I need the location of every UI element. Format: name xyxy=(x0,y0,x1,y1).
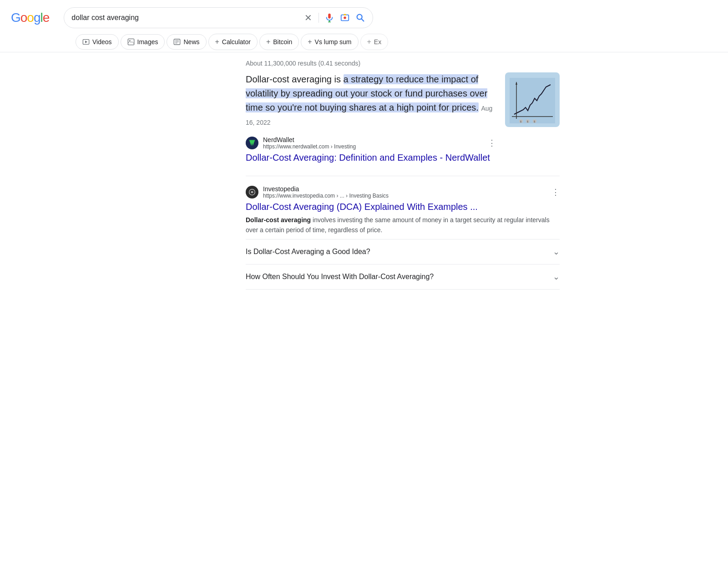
tab-vs-lump-sum-label: Vs lump sum xyxy=(315,38,352,46)
tab-bitcoin[interactable]: + Bitcoin xyxy=(259,34,299,50)
tab-bar: Videos Images News + Calculator + xyxy=(0,32,728,52)
search-bar: dollar cost averaging ✕ xyxy=(64,7,373,28)
tab-more[interactable]: + Ex xyxy=(360,34,389,50)
investopedia-source-info: Investopedia https://www.investopedia.co… xyxy=(263,185,547,199)
results-stats: About 11,300,000 results (0.41 seconds) xyxy=(246,52,560,72)
faq-item-2[interactable]: How Often Should You Invest With Dollar-… xyxy=(246,264,560,289)
snippet-source-row: NerdWallet https://www.nerdwallet.com › … xyxy=(246,136,496,150)
snippet-chart-image: $ $ $ xyxy=(505,72,560,127)
plus-icon-more: + xyxy=(367,38,371,46)
tab-videos-label: Videos xyxy=(92,38,112,46)
faq-question-2: How Often Should You Invest With Dollar-… xyxy=(246,273,434,281)
results-area: About 11,300,000 results (0.41 seconds) … xyxy=(168,52,560,290)
faq-bottom-divider xyxy=(246,289,560,290)
faq-question-1: Is Dollar-Cost Averaging a Good Idea? xyxy=(246,248,370,256)
investopedia-result-link[interactable]: Dollar-Cost Averaging (DCA) Explained Wi… xyxy=(246,202,560,212)
clear-icon[interactable]: ✕ xyxy=(303,11,313,24)
investopedia-description-bold: Dollar-cost averaging xyxy=(246,216,311,224)
svg-point-4 xyxy=(344,16,347,19)
result-investopedia: Investopedia https://www.investopedia.co… xyxy=(246,185,560,235)
tab-images-label: Images xyxy=(137,38,158,46)
video-icon xyxy=(82,38,90,46)
investopedia-source-url: https://www.investopedia.com › ... › Inv… xyxy=(263,193,547,199)
search-icons xyxy=(318,13,365,23)
mic-icon[interactable] xyxy=(324,13,334,23)
faq-section: Is Dollar-Cost Averaging a Good Idea? ⌄ … xyxy=(246,239,560,290)
snippet-source-info: NerdWallet https://www.nerdwallet.com › … xyxy=(263,136,483,150)
svg-rect-0 xyxy=(329,14,331,19)
tab-bitcoin-label: Bitcoin xyxy=(273,38,292,46)
svg-marker-16 xyxy=(249,140,255,146)
google-logo[interactable]: Google xyxy=(11,10,49,25)
plus-icon-bitcoin: + xyxy=(266,38,270,46)
search-bar-wrapper: dollar cost averaging ✕ xyxy=(64,7,373,28)
faq-item-1[interactable]: Is Dollar-Cost Averaging a Good Idea? ⌄ xyxy=(246,239,560,264)
investopedia-description: Dollar-cost averaging involves investing… xyxy=(246,215,560,235)
search-button[interactable] xyxy=(355,13,365,23)
news-icon xyxy=(173,38,181,46)
camera-icon[interactable] xyxy=(340,13,350,23)
plus-icon-calculator: + xyxy=(215,38,219,46)
snippet-text: Dollar-cost averaging is a strategy to r… xyxy=(246,72,496,129)
chevron-down-icon-1: ⌄ xyxy=(553,247,560,257)
tab-news-label: News xyxy=(183,38,199,46)
tab-calculator-label: Calculator xyxy=(222,38,251,46)
snippet-result-link[interactable]: Dollar-Cost Averaging: Definition and Ex… xyxy=(246,153,496,163)
snippet-source-name: NerdWallet xyxy=(263,136,483,143)
tab-images[interactable]: Images xyxy=(121,34,165,50)
snippet-source-url: https://www.nerdwallet.com › Investing xyxy=(263,143,483,150)
svg-rect-5 xyxy=(344,14,347,15)
nerdwallet-favicon xyxy=(246,137,258,149)
plus-icon-vs-lump: + xyxy=(308,38,312,46)
tab-vs-lump-sum[interactable]: + Vs lump sum xyxy=(301,34,358,50)
svg-marker-9 xyxy=(85,41,87,43)
svg-line-7 xyxy=(362,19,364,21)
investopedia-source-menu[interactable]: ⋮ xyxy=(551,187,560,197)
snippet-source-menu[interactable]: ⋮ xyxy=(488,138,496,148)
tab-more-label: Ex xyxy=(374,38,381,46)
header: Google dollar cost averaging ✕ xyxy=(0,0,728,32)
investopedia-favicon xyxy=(246,186,258,199)
tab-calculator[interactable]: + Calculator xyxy=(208,34,258,50)
tab-news[interactable]: News xyxy=(167,34,206,50)
search-input[interactable]: dollar cost averaging xyxy=(71,14,298,22)
investopedia-source-row: Investopedia https://www.investopedia.co… xyxy=(246,185,560,199)
investopedia-source-name: Investopedia xyxy=(263,185,547,193)
chevron-down-icon-2: ⌄ xyxy=(553,272,560,282)
tab-videos[interactable]: Videos xyxy=(76,34,119,50)
images-icon xyxy=(127,38,135,46)
snippet-text-block: Dollar-cost averaging is a strategy to r… xyxy=(246,72,496,165)
divider-1 xyxy=(246,176,560,176)
snippet-text-before: Dollar-cost averaging is xyxy=(246,74,344,84)
featured-snippet: Dollar-cost averaging is a strategy to r… xyxy=(246,72,560,165)
